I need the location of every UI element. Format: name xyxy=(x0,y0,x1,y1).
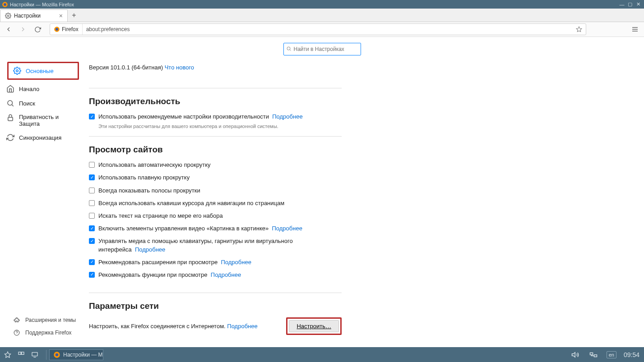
checkbox-row: Рекомендовать расширения при просмотре П… xyxy=(89,258,342,266)
svg-marker-24 xyxy=(572,352,575,357)
back-button[interactable] xyxy=(4,24,14,34)
taskbar: Настройки — Mozi… en 09:54 xyxy=(0,347,644,362)
checkbox-recommended-perf[interactable] xyxy=(89,114,95,119)
network-desc: Настроить, как Firefox соединяется с Инт… xyxy=(89,323,227,330)
window-minimize-button[interactable]: — xyxy=(618,2,626,7)
forward-button[interactable] xyxy=(18,24,28,34)
settings-main: Версия 101.0.1 (64-битная) Что нового Пр… xyxy=(83,37,644,347)
checkbox-recommend-ext[interactable] xyxy=(89,259,95,265)
content-area: Основные Начало Поиск Приватность и Защи… xyxy=(0,37,644,347)
sidebar-item-label: Поиск xyxy=(19,100,35,107)
svg-rect-19 xyxy=(22,352,24,354)
checkbox-always-scrollbars[interactable] xyxy=(89,188,95,193)
new-tab-button[interactable]: + xyxy=(68,9,80,22)
taskbar-clock[interactable]: 09:54 xyxy=(624,351,639,358)
puzzle-icon xyxy=(13,316,21,324)
section-performance-title: Производительность xyxy=(89,96,342,106)
taskbar-lang-indicator[interactable]: en xyxy=(607,351,616,358)
highlight-box: Основные xyxy=(7,62,79,80)
window-title: Настройки — Mozilla Firefox xyxy=(10,2,618,7)
checkbox-label: Искать текст на странице по мере его наб… xyxy=(98,212,342,220)
gear-icon xyxy=(5,13,11,19)
gear-icon xyxy=(13,67,21,75)
checkbox-label: Использовать рекомендуемые настройки про… xyxy=(98,113,269,120)
taskbar-desktop-icon[interactable] xyxy=(30,350,40,360)
learn-more-link[interactable]: Подробнее xyxy=(135,246,165,253)
sidebar-item-label: Расширения и темы xyxy=(25,317,76,323)
help-icon xyxy=(13,329,21,337)
settings-search-input[interactable] xyxy=(283,43,361,55)
learn-more-link[interactable]: Подробнее xyxy=(227,323,257,330)
sidebar-item-sync[interactable]: Синхронизация xyxy=(0,130,83,145)
taskbar-divider xyxy=(46,350,46,360)
learn-more-link[interactable]: Подробнее xyxy=(221,259,251,266)
svg-point-4 xyxy=(56,28,58,31)
checkbox-label: Всегда использовать клавиши курсора для … xyxy=(98,199,342,207)
checkbox-autoscroll[interactable] xyxy=(89,162,95,168)
svg-point-9 xyxy=(287,47,290,50)
separator xyxy=(89,293,342,293)
checkbox-recommend-features[interactable] xyxy=(89,272,95,278)
identity-box[interactable]: Firefox xyxy=(50,24,83,35)
whats-new-link[interactable]: Что нового xyxy=(165,64,194,71)
network-row: Настроить, как Firefox соединяется с Инт… xyxy=(89,317,342,335)
checkbox-smoothscroll[interactable] xyxy=(89,174,95,180)
checkbox-row: Искать текст на странице по мере его наб… xyxy=(89,212,342,220)
tab-close-button[interactable]: × xyxy=(59,12,63,19)
checkbox-row: Использовать плавную прокрутку xyxy=(89,174,342,182)
svg-point-12 xyxy=(8,101,13,105)
sidebar-item-label: Поддержка Firefox xyxy=(25,330,72,336)
learn-more-link[interactable]: Подробнее xyxy=(211,271,241,278)
taskbar-windows-icon[interactable] xyxy=(16,350,26,360)
checkbox-label: Использовать плавную прокрутку xyxy=(98,174,342,182)
window-maximize-button[interactable]: ▢ xyxy=(626,1,634,7)
network-icon[interactable] xyxy=(588,350,598,360)
svg-line-13 xyxy=(12,105,13,106)
nav-toolbar: Firefox about:preferences xyxy=(0,22,644,37)
sidebar-item-search[interactable]: Поиск xyxy=(0,96,83,110)
checkbox-row-perf: Использовать рекомендуемые настройки про… xyxy=(89,113,342,121)
sidebar-item-home[interactable]: Начало xyxy=(0,82,83,96)
checkbox-row: Включить элементы управления видео «Карт… xyxy=(89,225,342,233)
url-bar[interactable]: Firefox about:preferences xyxy=(50,23,586,35)
search-icon xyxy=(6,99,14,107)
sidebar-item-label: Основные xyxy=(26,68,54,74)
sidebar-item-privacy[interactable]: Приватность и Защита xyxy=(0,110,83,130)
learn-more-link[interactable]: Подробнее xyxy=(272,225,302,232)
checkbox-pip[interactable] xyxy=(89,225,95,231)
sidebar-item-label: Синхронизация xyxy=(19,134,61,141)
taskbar-task-firefox[interactable]: Настройки — Mozi… xyxy=(49,349,103,360)
sidebar-item-general[interactable]: Основные xyxy=(9,63,78,78)
tab-strip: Настройки × + xyxy=(0,9,644,22)
search-icon xyxy=(286,46,292,51)
network-settings-button[interactable]: Настроить… xyxy=(289,320,339,332)
reload-button[interactable] xyxy=(32,24,42,34)
checkbox-media-keys[interactable] xyxy=(89,238,95,244)
checkbox-label: Включить элементы управления видео «Карт… xyxy=(98,225,269,232)
taskbar-star-icon[interactable] xyxy=(3,350,13,360)
sync-icon xyxy=(6,133,14,142)
tab-settings[interactable]: Настройки × xyxy=(0,9,68,22)
svg-rect-20 xyxy=(32,352,37,356)
sidebar-item-extensions[interactable]: Расширения и темы xyxy=(0,314,83,326)
svg-rect-25 xyxy=(590,353,593,355)
identity-label: Firefox xyxy=(62,26,79,32)
svg-rect-26 xyxy=(594,355,597,357)
taskbar-tray: en 09:54 xyxy=(570,350,641,360)
svg-rect-18 xyxy=(19,352,21,354)
bookmark-star-icon[interactable] xyxy=(572,26,586,32)
checkbox-row: Использовать автоматическую прокрутку xyxy=(89,161,342,169)
checkbox-label: Управлять медиа с помощью клавиатуры, га… xyxy=(98,238,293,252)
checkbox-search-as-type[interactable] xyxy=(89,213,95,219)
app-menu-button[interactable] xyxy=(630,26,640,33)
window-titlebar: Настройки — Mozilla Firefox — ▢ ✕ xyxy=(0,0,644,9)
home-icon xyxy=(6,85,14,93)
button-label: Настроить… xyxy=(297,323,331,330)
sidebar-item-support[interactable]: Поддержка Firefox xyxy=(0,326,83,339)
version-row: Версия 101.0.1 (64-битная) Что нового xyxy=(89,64,342,71)
checkbox-caret-browsing[interactable] xyxy=(89,200,95,206)
firefox-icon xyxy=(54,26,60,32)
learn-more-link[interactable]: Подробнее xyxy=(272,113,302,120)
volume-icon[interactable] xyxy=(570,350,580,360)
window-close-button[interactable]: ✕ xyxy=(634,1,642,7)
